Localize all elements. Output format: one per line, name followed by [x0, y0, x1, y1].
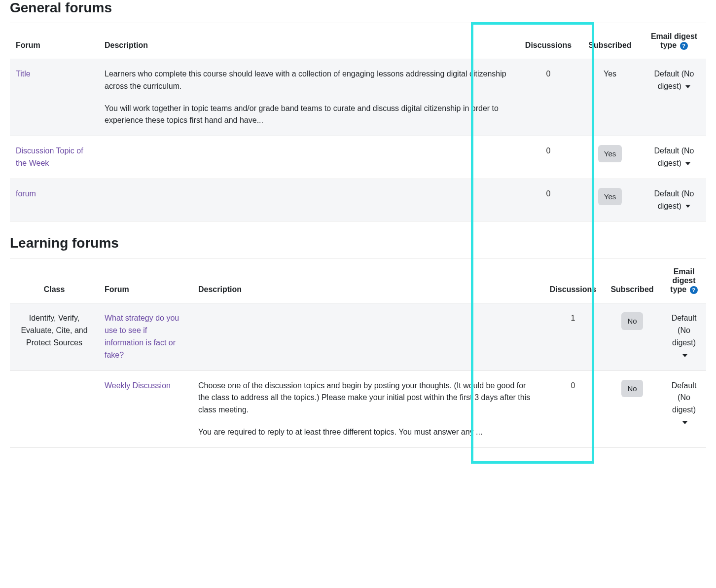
forum-link[interactable]: forum [16, 189, 36, 198]
col-header-description: Description [192, 258, 543, 303]
col-header-forum: Forum [10, 23, 99, 59]
forum-link[interactable]: Discussion Topic of the Week [16, 147, 83, 167]
digest-dropdown[interactable]: Default (No digest) [672, 381, 697, 426]
forum-description [99, 179, 519, 221]
col-header-discussions: Discussions [519, 23, 578, 59]
discussions-count: 0 [543, 370, 603, 447]
col-header-digest: Email digest type ? [642, 23, 706, 59]
col-header-description: Description [99, 23, 519, 59]
subscribed-toggle[interactable]: Yes [598, 145, 622, 162]
table-row: Title Learners who complete this course … [10, 59, 706, 136]
subscribed-toggle[interactable]: No [621, 312, 643, 330]
subscribed-cell: Yes [578, 59, 642, 136]
class-cell: Identify, Verify, Evaluate, Cite, and Pr… [10, 303, 99, 370]
col-header-digest: Email digest type ? [662, 258, 706, 303]
forum-link[interactable]: Title [16, 70, 31, 78]
general-forums-table: Forum Description Discussions Subscribed… [10, 23, 706, 221]
table-row: Weekly Discussion Choose one of the disc… [10, 370, 706, 447]
col-header-forum: Forum [99, 258, 192, 303]
digest-dropdown[interactable]: Default (No digest) [654, 70, 694, 90]
general-forums-heading: General forums [10, 0, 706, 16]
col-header-discussions: Discussions [543, 258, 603, 303]
subscribed-value: Yes [604, 70, 616, 78]
discussions-count: 0 [519, 179, 578, 221]
help-icon[interactable]: ? [690, 286, 698, 294]
table-row: forum 0 Yes Default (No digest) [10, 179, 706, 221]
help-icon[interactable]: ? [680, 42, 688, 50]
forum-link[interactable]: Weekly Discussion [105, 381, 171, 390]
caret-down-icon [682, 421, 687, 424]
class-cell [10, 370, 99, 447]
col-header-subscribed: Subscribed [603, 258, 662, 303]
caret-down-icon [685, 162, 690, 165]
table-row: Discussion Topic of the Week 0 Yes Defau… [10, 136, 706, 179]
col-header-subscribed: Subscribed [578, 23, 642, 59]
forum-description: Choose one of the discussion topics and … [192, 370, 543, 447]
discussions-count: 1 [543, 303, 603, 370]
digest-dropdown[interactable]: Default (No digest) [654, 147, 694, 167]
caret-down-icon [682, 354, 687, 357]
forum-description [192, 303, 543, 370]
table-row: Identify, Verify, Evaluate, Cite, and Pr… [10, 303, 706, 370]
forum-link[interactable]: What strategy do you use to see if infor… [105, 314, 179, 359]
subscribed-toggle[interactable]: Yes [598, 188, 622, 205]
learning-forums-heading: Learning forums [10, 235, 706, 251]
digest-header-label: Email digest type [651, 32, 697, 49]
learning-forums-table: Class Forum Description Discussions Subs… [10, 258, 706, 447]
digest-dropdown[interactable]: Default (No digest) [654, 189, 694, 210]
caret-down-icon [685, 205, 690, 208]
discussions-count: 0 [519, 136, 578, 179]
subscribed-toggle[interactable]: No [621, 380, 643, 397]
caret-down-icon [685, 85, 690, 88]
discussions-count: 0 [519, 59, 578, 136]
forum-description: Learners who complete this course should… [99, 59, 519, 136]
digest-dropdown[interactable]: Default (No digest) [672, 314, 697, 359]
forum-description [99, 136, 519, 179]
col-header-class: Class [10, 258, 99, 303]
